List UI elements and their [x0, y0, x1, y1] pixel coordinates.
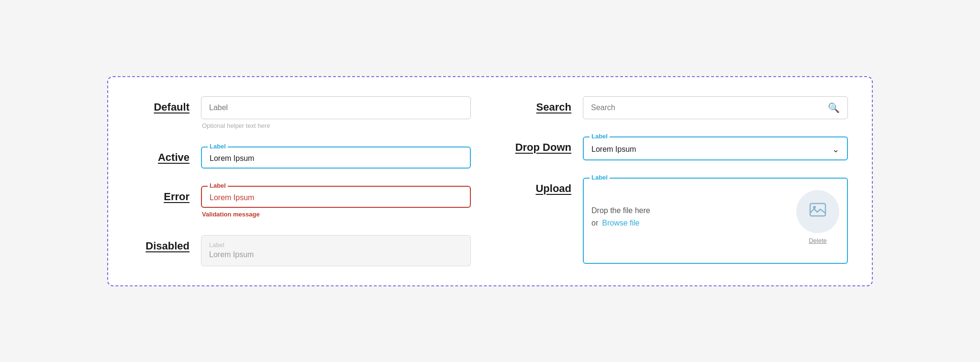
browse-row: or Browse file	[591, 219, 650, 227]
upload-floating-label: Label	[590, 174, 610, 181]
active-input[interactable]	[210, 154, 462, 163]
right-column: Search 🔍 Drop Down Label Lorem Ipsum	[509, 96, 848, 266]
delete-button[interactable]: Delete	[809, 237, 827, 244]
error-label: Error	[132, 186, 189, 203]
drop-text: Drop the file here	[591, 206, 650, 215]
search-icon: 🔍	[828, 102, 840, 113]
disabled-value: Lorem Ipsum	[209, 250, 254, 259]
dropdown-field-wrapper: Label Lorem Ipsum ⌄	[583, 136, 848, 160]
search-label: Search	[509, 96, 571, 113]
error-input[interactable]	[210, 193, 462, 202]
disabled-input-wrapper: Label Lorem Ipsum	[201, 235, 471, 266]
upload-field-wrapper: Label Drop the file here or Browse file	[583, 178, 848, 264]
upload-label: Upload	[509, 178, 571, 195]
dropdown-floating-label: Label	[590, 133, 610, 140]
active-label: Active	[132, 147, 189, 164]
validation-message: Validation message	[201, 211, 471, 218]
search-input-wrapper[interactable]: 🔍	[583, 96, 848, 119]
search-input[interactable]	[583, 97, 847, 119]
disabled-field-wrapper: Label Lorem Ipsum	[201, 235, 471, 266]
form-grid: Default Optional helper text here Active…	[132, 96, 848, 266]
svg-point-1	[813, 206, 816, 209]
browse-file-button[interactable]: Browse file	[602, 219, 639, 227]
default-field-wrapper: Optional helper text here	[201, 96, 471, 129]
default-row: Default Optional helper text here	[132, 96, 471, 129]
active-row: Active Label	[132, 147, 471, 169]
search-row: Search 🔍	[509, 96, 848, 119]
upload-input-wrapper[interactable]: Label Drop the file here or Browse file	[583, 178, 848, 264]
or-text: or	[591, 219, 598, 227]
error-floating-label: Label	[208, 182, 228, 189]
dropdown-wrapper[interactable]: Label Lorem Ipsum ⌄	[583, 136, 848, 160]
active-field-wrapper: Label	[201, 147, 471, 169]
left-column: Default Optional helper text here Active…	[132, 96, 471, 266]
dropdown-inner: Lorem Ipsum ⌄	[591, 144, 839, 155]
main-container: Default Optional helper text here Active…	[107, 76, 873, 286]
error-row: Error Label Validation message	[132, 186, 471, 218]
upload-preview: Delete	[796, 190, 839, 244]
image-icon	[809, 203, 826, 220]
default-helper-text: Optional helper text here	[201, 122, 471, 129]
error-field-wrapper: Label Validation message	[201, 186, 471, 218]
chevron-down-icon: ⌄	[832, 144, 839, 155]
upload-content: Drop the file here or Browse file	[591, 190, 839, 244]
search-field-wrapper: 🔍	[583, 96, 848, 119]
default-label: Default	[132, 96, 189, 113]
disabled-row: Disabled Label Lorem Ipsum	[132, 235, 471, 266]
active-input-wrapper[interactable]: Label	[201, 147, 471, 169]
disabled-field-label: Label	[209, 238, 463, 249]
upload-row: Upload Label Drop the file here or Brows…	[509, 178, 848, 264]
image-placeholder	[796, 190, 839, 233]
default-input[interactable]	[201, 96, 471, 119]
dropdown-label: Drop Down	[509, 136, 571, 154]
disabled-label: Disabled	[132, 235, 189, 252]
upload-text-area: Drop the file here or Browse file	[591, 206, 650, 227]
active-floating-label: Label	[208, 143, 228, 150]
error-input-wrapper[interactable]: Label	[201, 186, 471, 208]
dropdown-row: Drop Down Label Lorem Ipsum ⌄	[509, 136, 848, 160]
dropdown-value: Lorem Ipsum	[591, 145, 636, 154]
